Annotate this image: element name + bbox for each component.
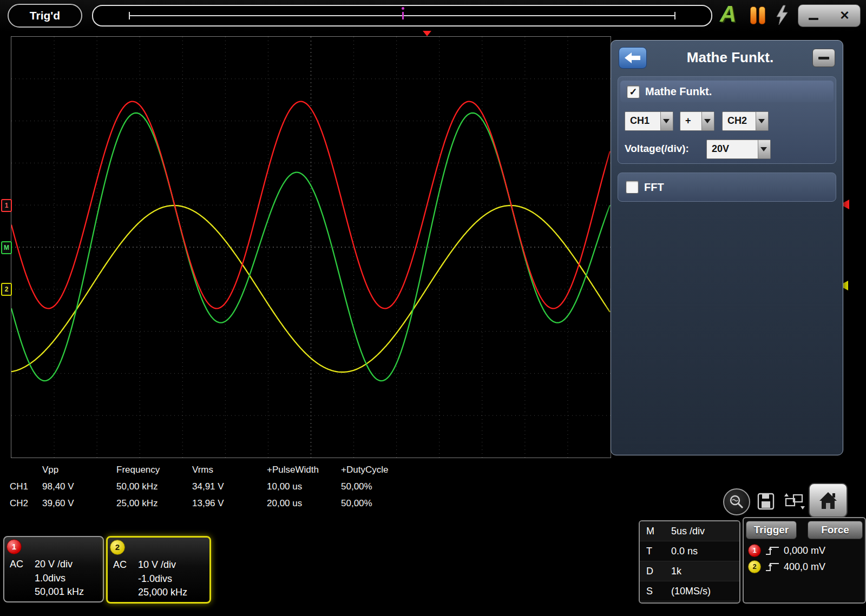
- fft-label: FFT: [644, 173, 664, 201]
- back-button[interactable]: [619, 47, 647, 69]
- track-start-tick: [129, 12, 130, 19]
- panel-collapse-button[interactable]: [812, 49, 835, 67]
- switch-windows-icon: [784, 492, 805, 511]
- voltage-div-value: 20V: [707, 140, 758, 158]
- chevron-down-icon[interactable]: [660, 112, 673, 130]
- operator-value: +: [680, 112, 701, 130]
- ch1-dutycycle: 50,00%: [341, 481, 406, 492]
- chevron-down-icon[interactable]: [758, 140, 770, 158]
- waveform-canvas: [11, 37, 611, 458]
- pause-bar-icon: [750, 6, 757, 24]
- timebase-row-d: D 1k: [640, 561, 739, 581]
- source-b-value: CH2: [723, 112, 756, 130]
- trigger-row-ch1[interactable]: 1 0,000 mV: [748, 544, 825, 558]
- operator-dropdown[interactable]: +: [680, 111, 714, 131]
- zoom-tool-button[interactable]: [723, 488, 750, 515]
- source-a-dropdown[interactable]: CH1: [625, 111, 673, 131]
- panel-title: Mathe Funkt.: [649, 49, 811, 66]
- ch1-zero-marker[interactable]: 1: [1, 199, 12, 212]
- header-pulsewidth: +PulseWidth: [267, 465, 341, 475]
- ch1-frequency: 50,00 kHz: [116, 481, 192, 492]
- measurements-table: Vpp Frequency Vrms +PulseWidth +DutyCycl…: [10, 461, 406, 512]
- trigger-level-ch2: 400,0 mV: [784, 561, 825, 573]
- waveform-display: 1 M 2: [11, 36, 611, 458]
- trigger-position-marker[interactable]: [423, 31, 431, 36]
- trigger-status-badge: Trig'd: [8, 4, 82, 28]
- channel1-badge: 1: [748, 544, 761, 557]
- fft-group: FFT: [618, 173, 836, 202]
- ch2-vpp: 39,60 V: [42, 498, 116, 509]
- home-icon: [817, 490, 839, 511]
- fft-checkbox[interactable]: [626, 181, 639, 194]
- timebase-row-s: S (10MS/s): [640, 581, 739, 601]
- rising-edge-icon: [765, 561, 779, 572]
- minimize-button[interactable]: [809, 18, 818, 20]
- ch2-vrms: 13,96 V: [192, 498, 267, 509]
- save-button[interactable]: [755, 490, 777, 513]
- trigger-box: Trigger Force 1 0,000 mV 2 400,0 mV: [743, 517, 866, 604]
- close-button[interactable]: ✕: [839, 5, 849, 26]
- math-enable-label: Mathe Funkt.: [645, 81, 712, 102]
- channel1-settings-box[interactable]: 1 AC 20 V /div 1.0divs 50,001 kHz: [3, 536, 104, 602]
- minus-icon: [818, 57, 829, 59]
- ch1-vrms: 34,91 V: [192, 481, 267, 492]
- source-a-value: CH1: [625, 112, 660, 130]
- channel2-settings-box[interactable]: 2 AC 10 V /div -1.0divs 25,000 kHz: [106, 536, 211, 604]
- source-b-dropdown[interactable]: CH2: [722, 111, 769, 131]
- ch2-position: -1.0divs: [138, 573, 172, 585]
- home-button[interactable]: [809, 483, 848, 518]
- voltage-div-label: Voltage(/div):: [625, 140, 689, 158]
- titlebar: Trig'd A ✕: [0, 0, 866, 31]
- track-end-tick: [674, 12, 675, 19]
- ch2-scale: 10 V /div: [138, 559, 176, 571]
- ch2-pulsewidth: 20,00 us: [267, 498, 341, 509]
- measurements-row-ch1: CH1 98,40 V 50,00 kHz 34,91 V 10,00 us 5…: [10, 478, 406, 495]
- measurements-row-ch2: CH2 39,60 V 25,00 kHz 13,96 V 20,00 us 5…: [10, 495, 406, 512]
- math-zero-marker[interactable]: M: [1, 241, 12, 254]
- switch-view-button[interactable]: [783, 490, 806, 513]
- row-label: CH2: [10, 498, 42, 509]
- chevron-down-icon[interactable]: [701, 112, 714, 130]
- ch2-frequency-readout: 25,000 kHz: [138, 587, 187, 598]
- pause-button[interactable]: [750, 6, 769, 24]
- ch1-coupling: AC: [10, 559, 23, 570]
- header-frequency: Frequency: [116, 465, 192, 475]
- pause-bar-icon: [759, 6, 765, 24]
- timebase-row-m: M 5us /div: [640, 521, 739, 541]
- math-enable-checkbox[interactable]: ✓: [627, 85, 640, 98]
- trigger-level-ch1: 0,000 mV: [784, 545, 825, 557]
- header-vrms: Vrms: [192, 465, 267, 475]
- window-controls: ✕: [798, 4, 861, 27]
- header-dutycycle: +DutyCycle: [341, 465, 406, 475]
- app-logo: A: [720, 1, 736, 27]
- ch1-vpp: 98,40 V: [42, 481, 116, 492]
- channel2-badge: 2: [110, 540, 125, 555]
- floppy-icon: [757, 492, 775, 511]
- math-function-panel: Mathe Funkt. ✓ Mathe Funkt. CH1 + CH2 Vo…: [611, 40, 843, 455]
- trigger-row-ch2[interactable]: 2 400,0 mV: [748, 560, 825, 574]
- ch1-pulsewidth: 10,00 us: [267, 481, 341, 492]
- channel2-badge: 2: [748, 560, 761, 573]
- ch1-frequency-readout: 50,001 kHz: [35, 586, 84, 598]
- force-button[interactable]: Force: [808, 521, 863, 539]
- ch2-frequency: 25,00 kHz: [116, 498, 192, 509]
- channel1-badge: 1: [6, 539, 22, 554]
- ch2-dutycycle: 50,00%: [341, 498, 406, 509]
- lightning-icon[interactable]: [775, 5, 789, 25]
- measurements-header-row: Vpp Frequency Vrms +PulseWidth +DutyCycl…: [10, 461, 406, 478]
- trigger-button[interactable]: Trigger: [746, 521, 797, 539]
- timebase-box[interactable]: M 5us /div T 0.0 ns D 1k S (10MS/s): [639, 520, 740, 604]
- timebase-row-t: T 0.0 ns: [640, 541, 739, 561]
- rising-edge-icon: [765, 545, 779, 556]
- ch2-zero-marker[interactable]: 2: [1, 283, 12, 296]
- magnifier-icon: [729, 494, 745, 510]
- header-vpp: Vpp: [42, 465, 116, 475]
- row-label: CH1: [10, 481, 42, 492]
- horizontal-position-bar[interactable]: [92, 5, 712, 27]
- chevron-down-icon[interactable]: [756, 112, 768, 130]
- position-marker-dot: [402, 7, 404, 10]
- voltage-div-dropdown[interactable]: 20V: [706, 140, 771, 159]
- ch2-coupling: AC: [113, 559, 127, 571]
- ch1-position: 1.0divs: [35, 573, 65, 584]
- position-marker[interactable]: [402, 12, 404, 19]
